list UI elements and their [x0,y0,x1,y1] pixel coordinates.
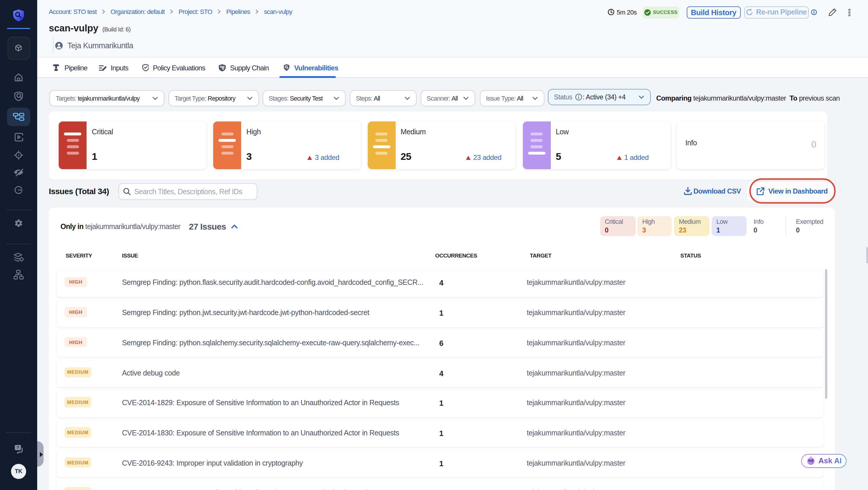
svg-text:?: ? [17,445,19,450]
